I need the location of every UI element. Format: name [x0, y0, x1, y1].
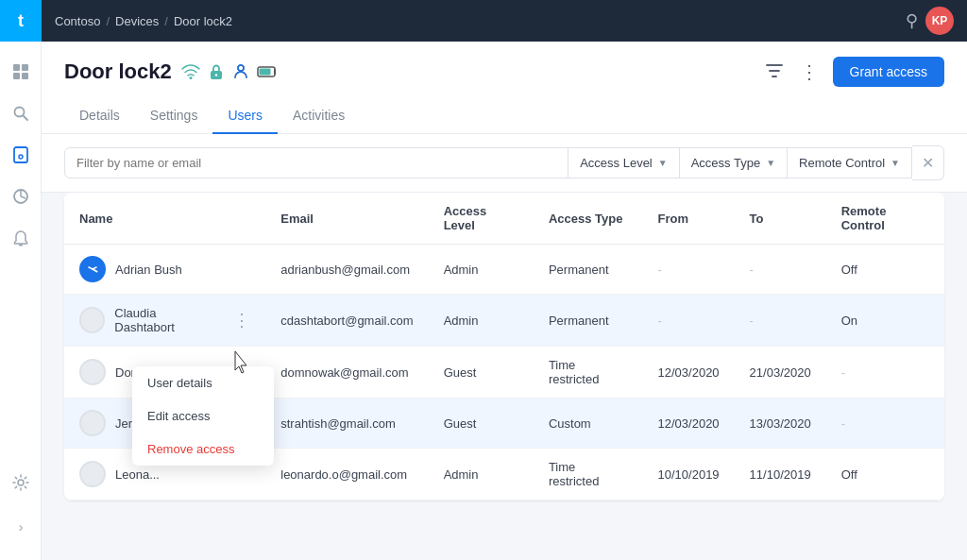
search-input[interactable] — [64, 147, 568, 178]
user-to: 11/10/2019 — [735, 449, 826, 501]
user-from: - — [643, 295, 735, 347]
user-access-level: Admin — [429, 245, 534, 295]
tab-details[interactable]: Details — [64, 98, 135, 134]
chevron-down-icon: ▼ — [766, 158, 775, 168]
filter-button[interactable] — [762, 59, 787, 86]
col-email: Email — [265, 193, 428, 245]
user-to: - — [735, 295, 826, 347]
sidebar: › — [0, 0, 42, 560]
user-access-level: Guest — [429, 347, 534, 399]
sidebar-item-bell[interactable] — [0, 217, 42, 259]
user-access-level: Admin — [429, 295, 534, 347]
lock-icon — [208, 63, 225, 80]
user-email: adrianbush@gmail.com — [265, 245, 428, 295]
svg-rect-0 — [13, 64, 20, 71]
chevron-down-icon: ▼ — [658, 158, 668, 168]
user-email: leonardo.o@gmail.com — [265, 449, 428, 501]
user-to: 13/03/2020 — [735, 399, 826, 449]
user-remote-control: Off — [826, 245, 944, 295]
remote-control-dropdown[interactable]: Remote Control ▼ — [788, 147, 912, 178]
user-from: 12/03/2020 — [643, 347, 735, 399]
user-access-type: Permanent — [534, 295, 643, 347]
breadcrumb-contoso[interactable]: Contoso — [55, 14, 100, 28]
row-more-icon[interactable]: ⋮ — [233, 310, 250, 331]
logo: t — [0, 0, 42, 42]
grant-access-button[interactable]: Grant access — [833, 57, 944, 87]
battery-icon — [257, 65, 278, 78]
user-remote-control: - — [826, 347, 944, 399]
svg-point-7 — [19, 155, 23, 159]
more-options-button[interactable]: ⋮ — [796, 57, 823, 87]
tab-settings[interactable]: Settings — [135, 98, 213, 134]
table-header-row: Name Email Access Level Access Type From… — [64, 193, 944, 245]
col-access-level: Access Level — [429, 193, 534, 245]
user-remote-control: On — [826, 295, 944, 347]
sidebar-expand-button[interactable]: › — [0, 513, 42, 541]
user-to: 21/03/2020 — [735, 347, 826, 399]
col-from: From — [643, 193, 735, 245]
context-menu-edit-access[interactable]: Edit access — [132, 399, 274, 433]
page-title-row: Door lock2 — [64, 57, 944, 87]
user-access-level: Admin — [429, 449, 534, 501]
svg-rect-2 — [13, 73, 20, 79]
col-remote-control: Remote Control — [826, 193, 944, 245]
filter-bar: Access Level ▼ Access Type ▼ Remote Cont… — [42, 134, 967, 193]
tab-activities[interactable]: Activities — [278, 98, 360, 134]
page-header: Door lock2 — [42, 42, 967, 134]
breadcrumb-doorlock[interactable]: Door lock2 — [174, 14, 232, 28]
user-email: cdashtabort@gmail.com — [265, 295, 428, 347]
sidebar-item-device[interactable] — [0, 134, 42, 176]
user-remote-control: - — [826, 399, 944, 449]
sidebar-item-analytics[interactable] — [0, 176, 42, 217]
user-access-type: Time restricted — [534, 347, 643, 399]
chevron-down-icon: ▼ — [891, 158, 900, 168]
topbar: t Contoso / Devices / Door lock2 ⚲ KP — [0, 0, 967, 42]
sidebar-item-grid[interactable] — [0, 51, 42, 93]
svg-line-5 — [23, 116, 27, 121]
tabs: Details Settings Users Activities — [64, 98, 944, 133]
topbar-actions: ⚲ KP — [906, 7, 967, 35]
user-access-type: Custom — [534, 399, 643, 449]
table-row: Claudia Dashtabort ⋮ cdashtabort@gmail.c… — [64, 295, 944, 347]
context-menu-user-details[interactable]: User details — [132, 366, 274, 399]
avatar — [79, 461, 106, 487]
wifi-icon — [181, 64, 200, 79]
user-email: domnowak@gmail.com — [265, 347, 428, 399]
table-row: Adrian Bush adrianbush@gmail.com Admin P… — [64, 245, 944, 295]
avatar — [79, 359, 106, 385]
avatar — [79, 307, 105, 333]
context-menu: User details Edit access Remove access — [132, 366, 274, 466]
user-avatar[interactable]: KP — [925, 7, 954, 35]
filter-close-button[interactable]: ✕ — [912, 145, 944, 180]
breadcrumb-devices[interactable]: Devices — [115, 14, 159, 28]
user-from: 10/10/2019 — [643, 449, 735, 501]
user-to: - — [735, 245, 826, 295]
col-access-type: Access Type — [534, 193, 643, 245]
user-from: 12/03/2020 — [643, 399, 735, 449]
col-to: To — [735, 193, 826, 245]
sidebar-item-search[interactable] — [0, 93, 42, 134]
user-access-type: Permanent — [534, 245, 643, 295]
breadcrumb: Contoso / Devices / Door lock2 — [42, 14, 906, 28]
avatar — [79, 256, 106, 282]
page-title: Door lock2 — [64, 59, 278, 84]
svg-rect-1 — [22, 64, 28, 71]
svg-point-9 — [18, 480, 24, 485]
access-type-dropdown[interactable]: Access Type ▼ — [680, 147, 788, 178]
page-header-actions: ⋮ Grant access — [762, 57, 944, 87]
tab-users[interactable]: Users — [212, 98, 278, 134]
col-name: Name — [64, 193, 265, 245]
user-email: strahtish@gmail.com — [265, 399, 428, 449]
svg-rect-15 — [259, 69, 270, 76]
svg-point-13 — [238, 65, 244, 71]
sidebar-item-settings[interactable] — [0, 462, 42, 503]
access-level-dropdown[interactable]: Access Level ▼ — [568, 147, 680, 178]
avatar — [79, 410, 106, 436]
main-content: Door lock2 — [42, 42, 967, 560]
user-from: - — [643, 245, 735, 295]
device-status-icons — [181, 63, 278, 80]
search-icon[interactable]: ⚲ — [906, 10, 918, 31]
context-menu-remove-access[interactable]: Remove access — [132, 433, 274, 466]
svg-rect-3 — [22, 73, 28, 79]
user-name-cell: Adrian Bush — [64, 245, 265, 295]
